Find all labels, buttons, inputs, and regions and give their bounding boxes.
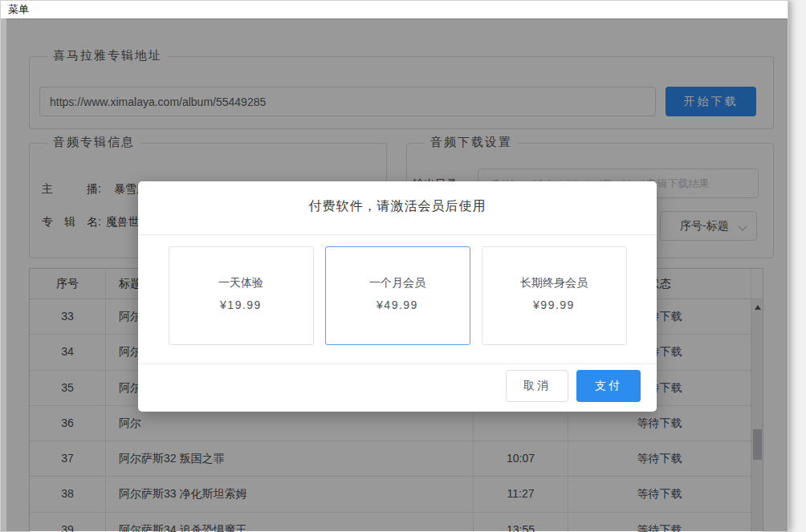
plan-name: 一天体验 — [169, 276, 313, 290]
cancel-button[interactable]: 取消 — [506, 370, 568, 402]
plan-price: ¥99.99 — [482, 298, 626, 311]
plan-price: ¥19.99 — [169, 298, 313, 311]
menu-item-menu[interactable]: 菜单 — [1, 1, 35, 19]
membership-modal: 付费软件，请激活会员后使用 一天体验 ¥19.99 一个月会员 ¥49.99 长… — [138, 181, 657, 412]
plan-price: ¥49.99 — [326, 298, 470, 311]
modal-title: 付费软件，请激活会员后使用 — [138, 181, 657, 215]
plan-card-one-month[interactable]: 一个月会员 ¥49.99 — [325, 246, 470, 345]
modal-footer-divider — [138, 363, 657, 364]
modal-header-divider — [138, 234, 657, 235]
plan-name: 一个月会员 — [326, 276, 470, 290]
plan-card-one-day[interactable]: 一天体验 ¥19.99 — [169, 246, 314, 345]
plan-name: 长期终身会员 — [482, 276, 626, 290]
modal-footer: 取消 支付 — [506, 370, 641, 402]
plan-card-lifetime[interactable]: 长期终身会员 ¥99.99 — [482, 246, 627, 345]
window-edge-strip — [1, 18, 6, 531]
pay-button[interactable]: 支付 — [576, 370, 641, 402]
menu-bar: 菜单 — [1, 1, 788, 19]
plan-list: 一天体验 ¥19.99 一个月会员 ¥49.99 长期终身会员 ¥99.99 — [138, 246, 657, 345]
